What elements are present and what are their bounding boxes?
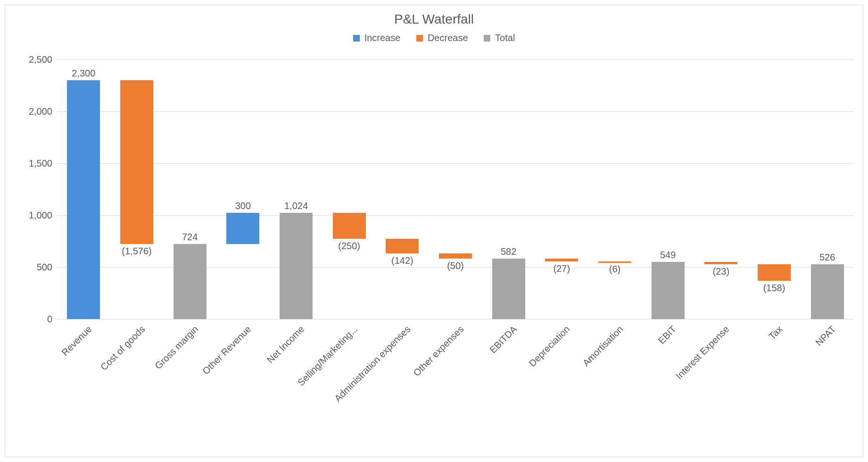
- bar-value-label: 1,024: [263, 201, 329, 211]
- waterfall-bar: [439, 253, 472, 259]
- bar-value-label: (50): [422, 260, 488, 271]
- bar-value-label: (1,576): [104, 246, 170, 257]
- x-category-label: Revenue: [60, 324, 94, 358]
- gridline: [57, 111, 854, 112]
- chart-area: P&L Waterfall Increase Decrease Total 05…: [5, 5, 863, 457]
- x-category-label: Depreciation: [527, 324, 572, 369]
- waterfall-bar: [226, 213, 259, 244]
- waterfall-bar: [598, 261, 631, 263]
- x-category-label: Gross margin: [153, 324, 200, 371]
- bar-value-label: 724: [157, 232, 223, 243]
- bar-value-label: (250): [316, 241, 382, 252]
- x-category-label: Interest Expense: [674, 324, 731, 381]
- legend-swatch-decrease: [416, 35, 423, 42]
- x-category-label: Other expenses: [411, 324, 466, 378]
- waterfall-bar: [280, 213, 313, 319]
- waterfall-bar: [67, 80, 100, 319]
- waterfall-bar: [333, 213, 366, 239]
- waterfall-bar: [652, 262, 685, 319]
- bar-value-label: 549: [635, 250, 701, 260]
- x-category-label: Tax: [767, 324, 785, 342]
- y-tick-label: 1,000: [15, 210, 52, 221]
- gridline: [57, 163, 854, 164]
- bar-value-label: (23): [688, 266, 754, 277]
- waterfall-bar: [758, 264, 791, 281]
- gridline: [57, 59, 854, 60]
- y-tick-label: 1,500: [15, 158, 52, 169]
- legend-label-increase: Increase: [364, 33, 401, 43]
- x-category-label: Cost of goods: [99, 324, 148, 373]
- y-tick-label: 2,500: [15, 54, 52, 65]
- x-category-label: Other Revenue: [200, 324, 253, 377]
- plot-area: 05001,0001,5002,0002,5002,300Revenue(1,5…: [57, 59, 854, 319]
- legend-swatch-total: [484, 35, 490, 42]
- waterfall-bar: [492, 259, 525, 319]
- x-category-label: Amortisation: [580, 324, 625, 369]
- y-tick-label: 0: [15, 314, 52, 325]
- chart-legend: Increase Decrease Total: [5, 33, 863, 44]
- bar-value-label: 526: [794, 252, 860, 263]
- legend-item-total: Total: [484, 33, 515, 43]
- x-category-label: Net Income: [265, 324, 307, 366]
- waterfall-bar: [704, 262, 737, 264]
- bar-value-label: 2,300: [50, 68, 116, 79]
- bar-value-label: (158): [741, 283, 807, 294]
- legend-item-increase: Increase: [353, 33, 401, 43]
- y-tick-label: 500: [15, 262, 52, 273]
- legend-label-total: Total: [495, 33, 515, 43]
- bar-value-label: (6): [582, 264, 648, 275]
- legend-swatch-increase: [353, 35, 360, 42]
- waterfall-bar: [174, 244, 207, 319]
- legend-label-decrease: Decrease: [428, 33, 468, 43]
- x-category-label: NPAT: [813, 324, 838, 348]
- x-category-label: EBITDA: [488, 324, 519, 355]
- chart-title: P&L Waterfall: [5, 12, 863, 27]
- x-category-label: EBIT: [656, 324, 678, 346]
- waterfall-bar: [545, 259, 578, 261]
- gridline: [57, 215, 854, 216]
- waterfall-bar: [811, 264, 844, 319]
- legend-item-decrease: Decrease: [416, 33, 468, 43]
- bar-value-label: 582: [476, 246, 542, 257]
- waterfall-bar: [386, 239, 419, 253]
- waterfall-bar: [120, 80, 153, 244]
- y-tick-label: 2,000: [15, 106, 52, 117]
